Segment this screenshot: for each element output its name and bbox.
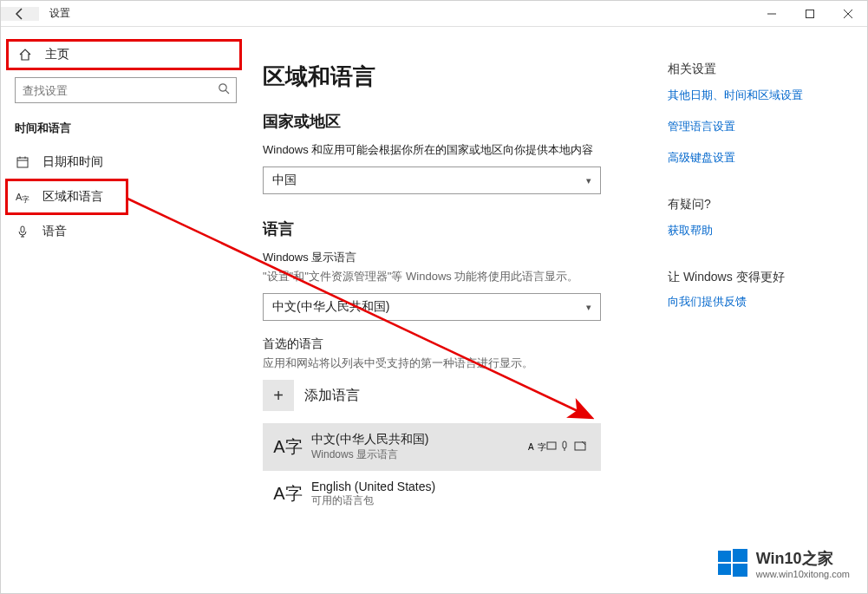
svg-rect-10: [21, 226, 24, 232]
titlebar-left: 设置: [1, 1, 81, 26]
feedback-heading: 让 Windows 变得更好: [668, 270, 846, 285]
settings-window: 设置 主页 时: [0, 0, 868, 594]
link-other-date-time-region[interactable]: 其他日期、时间和区域设置: [668, 88, 846, 103]
language-glyph-icon: A字: [273, 435, 303, 459]
chevron-down-icon: ▾: [586, 302, 591, 313]
svg-rect-17: [718, 551, 731, 562]
windows-logo-icon: [718, 549, 747, 578]
sidebar-item-date-time[interactable]: 日期和时间: [1, 145, 251, 180]
add-language-label: 添加语言: [304, 387, 360, 405]
svg-rect-20: [733, 564, 747, 577]
sidebar-item-speech[interactable]: 语音: [1, 214, 251, 249]
sidebar-search-wrap: [15, 77, 237, 103]
plus-icon: +: [263, 380, 294, 411]
svg-point-2: [219, 84, 226, 91]
region-select[interactable]: 中国 ▾: [263, 166, 601, 194]
language-item-name: English (United States): [311, 480, 591, 493]
link-advanced-keyboard[interactable]: 高级键盘设置: [668, 150, 846, 166]
svg-text:A字: A字: [528, 442, 550, 452]
link-feedback[interactable]: 向我们提供反馈: [668, 294, 846, 310]
language-item-chinese[interactable]: A字 中文(中华人民共和国) Windows 显示语言 A字: [263, 423, 601, 471]
sidebar-home[interactable]: 主页: [6, 39, 242, 70]
back-button[interactable]: [1, 7, 39, 21]
region-heading: 国家或地区: [263, 111, 647, 132]
branding-url: www.win10xitong.com: [756, 569, 850, 579]
language-item-labels: 中文(中华人民共和国) Windows 显示语言: [311, 432, 528, 462]
maximize-icon: [805, 9, 815, 19]
home-icon: [17, 48, 33, 62]
sidebar-home-label: 主页: [45, 47, 69, 62]
language-item-sub: 可用的语言包: [311, 493, 591, 508]
sidebar-group-title: 时间和语言: [1, 115, 251, 145]
region-select-value: 中国: [272, 173, 297, 188]
preferred-desc: 应用和网站将以列表中受支持的第一种语言进行显示。: [263, 356, 647, 371]
display-language-select[interactable]: 中文(中华人民共和国) ▾: [263, 293, 601, 321]
link-get-help[interactable]: 获取帮助: [668, 223, 846, 238]
language-item-labels: English (United States) 可用的语言包: [311, 480, 591, 508]
region-desc: Windows 和应用可能会根据你所在的国家或地区向你提供本地内容: [263, 142, 647, 158]
svg-rect-4: [17, 158, 28, 167]
titlebar: 设置: [1, 1, 867, 27]
language-item-sub: Windows 显示语言: [311, 447, 528, 462]
window-body: 主页 时间和语言 日期和时间 A字 区域和语言: [1, 27, 867, 593]
help-block: 有疑问? 获取帮助: [668, 197, 846, 238]
svg-rect-13: [563, 441, 566, 448]
language-icon: A字: [15, 190, 30, 204]
language-item-english[interactable]: A字 English (United States) 可用的语言包: [263, 471, 601, 517]
related-settings-block: 相关设置 其他日期、时间和区域设置 管理语言设置 高级键盘设置: [668, 62, 846, 166]
svg-rect-19: [718, 564, 731, 575]
svg-line-3: [225, 90, 229, 94]
chevron-down-icon: ▾: [586, 175, 591, 186]
branding-title: Win10之家: [756, 548, 850, 569]
window-title: 设置: [39, 6, 81, 21]
sidebar-item-region-language[interactable]: A字 区域和语言: [6, 180, 127, 214]
feedback-block: 让 Windows 变得更好 向我们提供反馈: [668, 270, 846, 310]
branding-watermark: Win10之家 www.win10xitong.com: [718, 548, 850, 579]
display-language-desc: "设置"和"文件资源管理器"等 Windows 功能将使用此语言显示。: [263, 269, 647, 284]
microphone-icon: [15, 225, 30, 238]
language-capability-icons: A字: [528, 441, 591, 454]
help-heading: 有疑问?: [668, 197, 846, 212]
svg-text:字: 字: [22, 195, 29, 204]
search-icon: [218, 82, 230, 98]
related-settings-heading: 相关设置: [668, 62, 846, 77]
display-language-value: 中文(中华人民共和国): [272, 299, 389, 315]
main-content: 区域和语言 国家或地区 Windows 和应用可能会根据你所在的国家或地区向你提…: [263, 62, 647, 593]
language-heading: 语言: [263, 219, 647, 239]
calendar-icon: [15, 155, 30, 169]
sidebar-item-label: 区域和语言: [42, 189, 103, 205]
add-language-button[interactable]: + 添加语言: [263, 380, 647, 411]
preferred-heading: 首选的语言: [263, 336, 647, 352]
minimize-button[interactable]: [753, 1, 791, 26]
sidebar-item-label: 日期和时间: [42, 154, 103, 170]
search-input[interactable]: [15, 77, 237, 103]
close-button[interactable]: [829, 1, 867, 26]
display-language-label: Windows 显示语言: [263, 250, 647, 265]
language-item-name: 中文(中华人民共和国): [311, 432, 528, 447]
page-title: 区域和语言: [263, 62, 647, 92]
branding-text: Win10之家 www.win10xitong.com: [756, 548, 850, 579]
main: 区域和语言 国家或地区 Windows 和应用可能会根据你所在的国家或地区向你提…: [251, 27, 867, 593]
close-icon: [843, 9, 853, 19]
link-manage-language[interactable]: 管理语言设置: [668, 119, 846, 134]
language-glyph-icon: A字: [273, 482, 303, 506]
back-arrow-icon: [13, 7, 27, 21]
right-pane: 相关设置 其他日期、时间和区域设置 管理语言设置 高级键盘设置 有疑问? 获取帮…: [647, 62, 846, 593]
maximize-button[interactable]: [791, 1, 829, 26]
minimize-icon: [767, 9, 777, 19]
svg-rect-1: [806, 10, 814, 17]
sidebar-item-label: 语音: [42, 224, 67, 239]
sidebar: 主页 时间和语言 日期和时间 A字 区域和语言: [1, 27, 251, 593]
svg-rect-18: [733, 549, 747, 562]
titlebar-spacer: [81, 1, 753, 26]
